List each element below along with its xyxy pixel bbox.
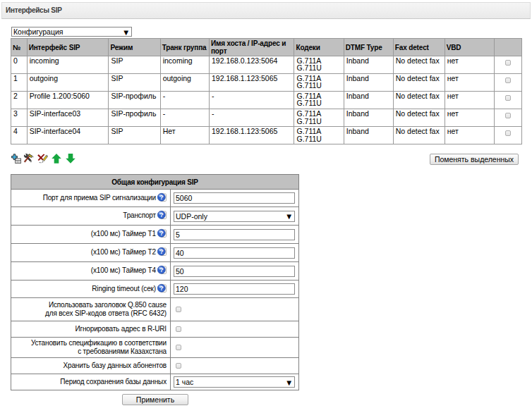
svg-text:?: ?: [159, 193, 164, 201]
svg-text:?: ?: [159, 229, 164, 237]
svg-text:?: ?: [159, 266, 164, 273]
svg-text:?: ?: [159, 211, 164, 218]
svg-text:?: ?: [159, 247, 164, 255]
svg-text:?: ?: [159, 284, 164, 292]
